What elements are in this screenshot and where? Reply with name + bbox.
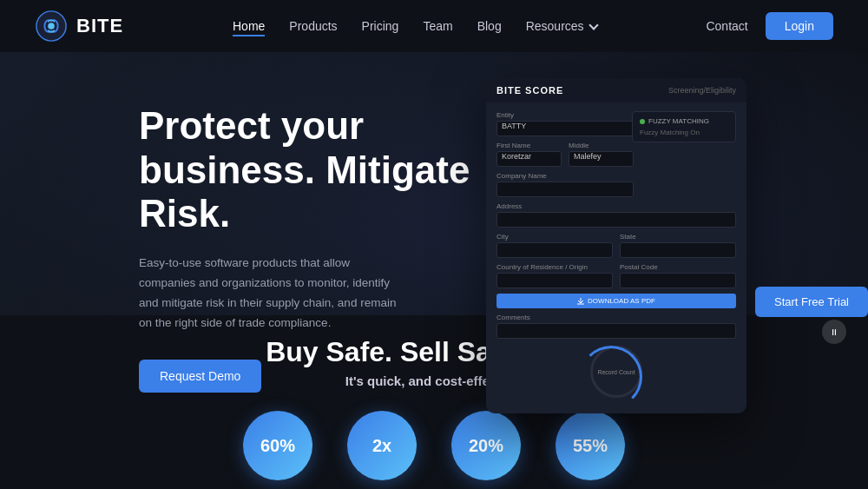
nav-link-home[interactable]: Home bbox=[233, 19, 265, 36]
start-trial-button[interactable]: Start Free Trial bbox=[755, 287, 868, 317]
input-entity[interactable]: BATTY bbox=[496, 121, 634, 136]
form-field-middle: Middle Malefey bbox=[569, 142, 634, 167]
form-field-postal: Postal Code bbox=[620, 263, 736, 288]
input-comments[interactable] bbox=[496, 323, 736, 339]
nav-item-resources[interactable]: Resources bbox=[526, 19, 597, 33]
fuzzy-item: Fuzzy Matching On bbox=[640, 129, 728, 136]
nav-right: Contact Login bbox=[706, 12, 833, 40]
input-state[interactable] bbox=[620, 242, 736, 258]
fuzzy-matching-box: FUZZY MATCHING Fuzzy Matching On bbox=[632, 111, 736, 142]
nav-item-blog[interactable]: Blog bbox=[477, 18, 502, 34]
record-label: Record Count bbox=[597, 369, 635, 375]
form-field-entity: Entity BATTY bbox=[496, 111, 634, 136]
logo[interactable]: BITE bbox=[35, 10, 123, 43]
nav-link-pricing[interactable]: Pricing bbox=[362, 19, 399, 33]
form-row-address: Address bbox=[496, 202, 736, 228]
input-company[interactable] bbox=[496, 182, 634, 197]
hero-right: BITE SCORE Screening/Eligibility Entity … bbox=[434, 61, 851, 413]
stats-row: 60% 2x 20% 55% bbox=[0, 402, 868, 480]
hero-description: Easy-to-use software products that allow… bbox=[139, 254, 408, 334]
form-row-city-state: City State bbox=[496, 233, 736, 258]
download-pdf-button[interactable]: DOWNLOAD AS PDF bbox=[496, 294, 736, 308]
brand-name: BITE bbox=[76, 15, 123, 37]
form-field-comments: Comments bbox=[496, 314, 736, 339]
form-field-company: Company Name bbox=[496, 172, 634, 197]
form-row-company: Company Name bbox=[496, 172, 634, 197]
chevron-down-icon bbox=[589, 20, 598, 30]
nav-link-products[interactable]: Products bbox=[289, 19, 337, 33]
status-dot bbox=[640, 119, 645, 124]
nav-item-home[interactable]: Home bbox=[233, 18, 265, 34]
form-field-city: City bbox=[496, 233, 613, 258]
input-address[interactable] bbox=[496, 212, 736, 228]
stat-bubble-2: 20% bbox=[451, 411, 521, 480]
login-button[interactable]: Login bbox=[766, 12, 833, 40]
nav-item-team[interactable]: Team bbox=[423, 18, 452, 34]
input-firstname[interactable]: Koretzar bbox=[496, 151, 562, 167]
stat-bubble-3: 55% bbox=[556, 411, 625, 480]
nav-link-team[interactable]: Team bbox=[423, 19, 452, 33]
logo-icon bbox=[35, 10, 68, 43]
stat-bubble-1: 2x bbox=[347, 411, 417, 480]
card-header: BITE SCORE Screening/Eligibility bbox=[486, 78, 746, 102]
form-row-name: First Name Koretzar Middle Malefey bbox=[496, 142, 634, 167]
form-field-country: Country of Residence / Origin bbox=[496, 263, 613, 288]
nav-item-products[interactable]: Products bbox=[289, 18, 337, 34]
input-middle[interactable]: Malefey bbox=[569, 151, 634, 167]
navbar: BITE Home Products Pricing Team Blog Res… bbox=[0, 0, 868, 52]
input-country[interactable] bbox=[496, 273, 613, 288]
dashboard-card: BITE SCORE Screening/Eligibility Entity … bbox=[486, 78, 746, 413]
nav-link-resources[interactable]: Resources bbox=[526, 19, 584, 33]
stat-bubble-0: 60% bbox=[243, 411, 312, 480]
form-field-state: State bbox=[620, 233, 736, 258]
input-city[interactable] bbox=[496, 242, 613, 258]
pause-icon[interactable]: ⏸ bbox=[822, 320, 846, 344]
form-field-firstname: First Name Koretzar bbox=[496, 142, 562, 167]
download-icon bbox=[577, 298, 584, 305]
form-row-comments: Comments bbox=[496, 314, 736, 339]
card-title: BITE SCORE bbox=[496, 85, 563, 96]
form-row-country-postal: Country of Residence / Origin Postal Cod… bbox=[496, 263, 736, 288]
input-postal[interactable] bbox=[620, 273, 736, 288]
nav-item-pricing[interactable]: Pricing bbox=[362, 18, 399, 34]
form-field-address: Address bbox=[496, 202, 736, 228]
card-subtitle: Screening/Eligibility bbox=[668, 86, 736, 95]
svg-point-1 bbox=[48, 23, 55, 30]
nav-links: Home Products Pricing Team Blog Resource… bbox=[233, 18, 597, 34]
nav-link-blog[interactable]: Blog bbox=[477, 19, 502, 33]
fuzzy-title: FUZZY MATCHING bbox=[640, 117, 728, 125]
request-demo-button[interactable]: Request Demo bbox=[139, 360, 261, 393]
form-row-entity: Entity BATTY bbox=[496, 111, 634, 136]
card-body: Entity BATTY First Name Koretzar Middle bbox=[486, 102, 746, 413]
nav-contact-link[interactable]: Contact bbox=[706, 19, 747, 33]
record-count-circle: Record Count bbox=[590, 346, 642, 398]
